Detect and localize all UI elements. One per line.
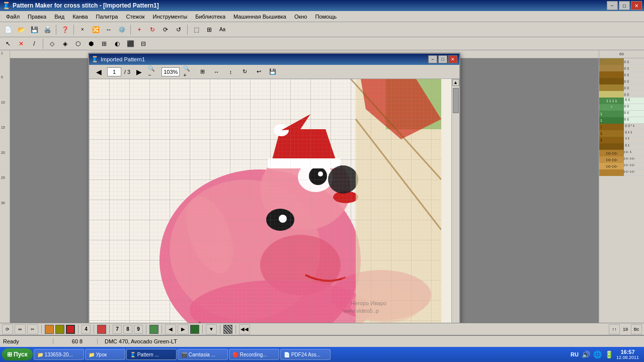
fit-height-button[interactable]: ↕	[225, 66, 236, 77]
tool-f[interactable]: ◐	[111, 38, 123, 50]
menu-library[interactable]: Библиотека	[191, 13, 229, 21]
color-green[interactable]	[149, 325, 158, 334]
zoom-out-button[interactable]: 🔍−	[147, 66, 158, 77]
fit-page-button[interactable]: ⊞	[197, 66, 208, 77]
menu-palette[interactable]: Палитра	[92, 13, 122, 21]
tool-a[interactable]: ◇	[46, 38, 58, 50]
back-button[interactable]: ↩	[253, 66, 264, 77]
inner-close[interactable]: ✕	[448, 55, 457, 63]
save-view-button[interactable]: 💾	[267, 66, 278, 77]
tool-g[interactable]: ⬛	[124, 38, 136, 50]
sep4	[187, 25, 188, 35]
taskbar-item-pattern[interactable]: 🧵 Pattern ...	[126, 349, 177, 360]
print-button[interactable]: 🖨️	[41, 24, 53, 36]
tool-b[interactable]: ◈	[59, 38, 71, 50]
color-dark-green[interactable]	[190, 325, 199, 334]
close-button[interactable]: ✕	[631, 1, 642, 10]
open-button[interactable]: 📂	[15, 24, 27, 36]
size-up-btn[interactable]: ↑↑	[609, 324, 620, 334]
menu-help[interactable]: Помощь	[311, 13, 341, 21]
fit-width-button[interactable]: ↔	[211, 66, 222, 77]
tray-network-icon[interactable]: 🌐	[593, 350, 602, 358]
inner-minimize[interactable]: −	[428, 55, 437, 63]
tool-d[interactable]: ⬢	[85, 38, 97, 50]
menu-tools[interactable]: Инструменты	[149, 13, 192, 21]
double-left-btn[interactable]: ◀◀	[239, 324, 250, 334]
menu-machine[interactable]: Машинная Вышивка	[229, 13, 290, 21]
sep6	[162, 325, 162, 334]
arrow-right-btn[interactable]: ▶	[178, 324, 189, 334]
tool9[interactable]: ⬚	[190, 24, 202, 36]
vertical-scrollbar[interactable]: ▲ ▼	[451, 79, 459, 323]
save-button[interactable]: 💾	[28, 24, 40, 36]
num-9[interactable]: 9	[134, 325, 143, 334]
menu-canvas[interactable]: Канва	[68, 13, 92, 21]
menu-window[interactable]: Окно	[290, 13, 311, 21]
tool-h[interactable]: ⊟	[137, 38, 149, 50]
color-stripe[interactable]	[223, 325, 232, 334]
tool8[interactable]: ↺	[173, 24, 185, 36]
bc-label: Bc	[631, 324, 642, 334]
minimize-button[interactable]: −	[607, 1, 618, 10]
tool7[interactable]: ⟳	[159, 24, 172, 36]
tool11[interactable]: Aa	[216, 24, 228, 36]
menu-edit[interactable]: Правка	[24, 13, 50, 21]
inner-maximize[interactable]: □	[438, 55, 447, 63]
mirror-button[interactable]: ⇔	[15, 324, 26, 334]
new-button[interactable]: 📄	[2, 24, 14, 36]
tool10[interactable]: ⊞	[203, 24, 215, 36]
taskbar-item-explorer2[interactable]: 📁 Урок	[85, 349, 125, 360]
zoom-input[interactable]: 103%	[162, 67, 180, 76]
line-tool[interactable]: /	[28, 38, 40, 50]
taskbar-explorer1-label: 133659-20...	[45, 352, 73, 357]
tool1[interactable]: ×	[76, 24, 89, 36]
menu-file[interactable]: Файл	[2, 13, 24, 21]
tool6[interactable]: ↻	[146, 24, 158, 36]
start-button[interactable]: ⊞ Пуск	[2, 348, 33, 360]
legend-row: * ⟨⟨ ⟨⟨	[599, 104, 644, 111]
tool3[interactable]: ↔️	[103, 24, 115, 36]
tool-c[interactable]: ⬡	[72, 38, 84, 50]
loop-button[interactable]: ⟳	[2, 324, 13, 334]
num-8[interactable]: 8	[123, 325, 132, 334]
taskbar-item-pdf[interactable]: 📄 PDF24 Ass...	[280, 349, 331, 360]
zoom-in-button[interactable]: 🔍+	[183, 66, 194, 77]
next-page-button[interactable]: ▶	[133, 66, 144, 77]
prev-page-button[interactable]: ◀	[93, 66, 104, 77]
color-green-yellow[interactable]	[55, 325, 64, 334]
tray-clock[interactable]: 16:57 12.08.2011	[616, 349, 639, 360]
color-orange[interactable]	[45, 325, 54, 334]
menu-stitch[interactable]: Стежок	[122, 13, 148, 21]
cross-stitch-canvas[interactable]: Негоро Иваро www.video5..р	[89, 79, 451, 323]
cross-tool[interactable]: ✕	[15, 38, 27, 50]
sep2	[73, 25, 74, 35]
down-arrow-btn[interactable]: ▼	[206, 324, 217, 334]
scissors-button[interactable]: ✂	[27, 324, 38, 334]
status-bar: Ready 60 8 DMC 470, Avocado Green-LT	[0, 335, 644, 347]
help-button[interactable]: ❓	[59, 24, 71, 36]
tool5[interactable]: +	[133, 24, 145, 36]
tool-e[interactable]: ⊞	[98, 38, 110, 50]
num-4[interactable]: 4	[82, 325, 91, 334]
scroll-thumb-v[interactable]	[453, 88, 459, 113]
arrow-left-btn[interactable]: ◀	[165, 324, 176, 334]
scroll-up-button[interactable]: ▲	[452, 79, 459, 86]
tool2[interactable]: 🔀	[90, 24, 102, 36]
color-med-red[interactable]	[97, 325, 106, 334]
num-7[interactable]: 7	[113, 325, 122, 334]
page-number-input[interactable]: 1	[107, 67, 121, 76]
tray-battery-icon[interactable]: 🔋	[605, 350, 613, 358]
tool4[interactable]: ⚙️	[116, 24, 128, 36]
taskbar-item-recording[interactable]: 🔴 Recording...	[229, 349, 279, 360]
legend-row: ⟨⟨ ⟨⟨	[599, 91, 644, 98]
tray-sound-icon[interactable]: 🔊	[582, 350, 590, 358]
arrow-tool[interactable]: ↖	[2, 38, 14, 50]
maximize-button[interactable]: □	[619, 1, 630, 10]
taskbar-pattern-icon: 🧵	[130, 352, 136, 357]
rotate-button[interactable]: ↻	[239, 66, 250, 77]
taskbar-item-camtasia[interactable]: 🎬 Camtasia ...	[178, 349, 228, 360]
taskbar-camtasia-label: Camtasia ...	[189, 352, 215, 357]
taskbar-item-explorer1[interactable]: 📁 133659-20...	[34, 349, 84, 360]
color-red[interactable]	[66, 325, 75, 334]
menu-view[interactable]: Вид	[50, 13, 68, 21]
